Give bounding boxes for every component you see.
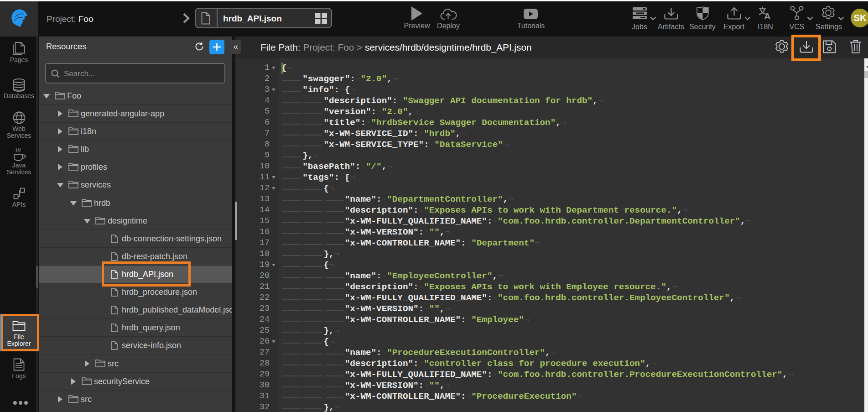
svg-text:A: A [764, 11, 771, 20]
